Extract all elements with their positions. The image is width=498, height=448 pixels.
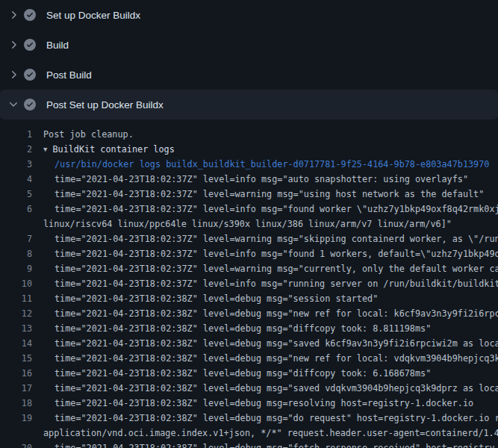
chevron-right-icon <box>7 39 19 51</box>
chevron-down-icon <box>7 99 19 111</box>
log-line: application/vnd.oci.image.index.v1+json,… <box>0 426 498 441</box>
line-number[interactable]: 15 <box>0 351 32 366</box>
step-header-post-setup-docker-buildx[interactable]: Post Set up Docker Buildx <box>0 90 498 119</box>
log-line: 11time="2021-04-23T18:02:38Z" level=debu… <box>0 291 498 306</box>
line-number[interactable]: 20 <box>0 441 32 448</box>
log-line: 8time="2021-04-23T18:02:37Z" level=info … <box>0 246 498 261</box>
line-number[interactable]: 3 <box>0 157 32 172</box>
log-text: time="2021-04-23T18:02:38Z" level=debug … <box>32 441 498 448</box>
log-text: time="2021-04-23T18:02:37Z" level=warnin… <box>32 231 498 246</box>
line-number[interactable]: 2 <box>0 142 32 157</box>
log-line: 16time="2021-04-23T18:02:38Z" level=debu… <box>0 366 498 381</box>
check-circle-icon <box>24 39 36 51</box>
line-number[interactable]: 14 <box>0 336 32 351</box>
log-line: 9time="2021-04-23T18:02:37Z" level=warni… <box>0 261 498 276</box>
command-text: /usr/bin/docker logs buildx_buildkit_bui… <box>32 157 489 172</box>
log-line: 7time="2021-04-23T18:02:37Z" level=warni… <box>0 231 498 246</box>
line-number[interactable]: 4 <box>0 172 32 187</box>
log-text: time="2021-04-23T18:02:38Z" level=debug … <box>32 336 498 351</box>
log-line: 5time="2021-04-23T18:02:37Z" level=warni… <box>0 187 498 202</box>
log-line: 3/usr/bin/docker logs buildx_buildkit_bu… <box>0 157 498 172</box>
log-line: linux/riscv64 linux/ppc64le linux/s390x … <box>0 217 498 231</box>
line-number[interactable]: 12 <box>0 306 32 321</box>
log-text: time="2021-04-23T18:02:38Z" level=debug … <box>32 321 431 336</box>
steps-list: Set up Docker Buildx Build Post Build Po… <box>0 0 498 119</box>
chevron-right-icon <box>7 69 19 81</box>
log-text: time="2021-04-23T18:02:37Z" level=warnin… <box>32 261 498 276</box>
step-header-post-build[interactable]: Post Build <box>0 60 498 90</box>
step-header-build[interactable]: Build <box>0 30 498 60</box>
group-toggle-icon[interactable]: ▼ <box>43 146 47 153</box>
line-number[interactable]: 6 <box>0 202 32 217</box>
log-group-header[interactable]: ▼BuildKit container logs <box>32 142 175 157</box>
step-title: Set up Docker Buildx <box>46 10 140 21</box>
line-number[interactable]: 8 <box>0 246 32 261</box>
line-number[interactable]: 17 <box>0 381 32 396</box>
log-line: 1Post job cleanup. <box>0 127 498 142</box>
log-text: time="2021-04-23T18:02:38Z" level=debug … <box>32 366 431 381</box>
step-title: Post Set up Docker Buildx <box>46 99 164 111</box>
log-text: time="2021-04-23T18:02:38Z" level=debug … <box>32 291 378 306</box>
log-text: application/vnd.oci.image.index.v1+json,… <box>32 426 498 441</box>
line-number[interactable]: 16 <box>0 366 32 381</box>
line-number <box>0 426 32 441</box>
line-number[interactable]: 7 <box>0 231 32 246</box>
log-line: 19time="2021-04-23T18:02:38Z" level=debu… <box>0 411 498 426</box>
chevron-right-icon <box>7 9 19 21</box>
log-text: time="2021-04-23T18:02:37Z" level=info m… <box>32 246 498 261</box>
step-title: Post Build <box>46 69 92 81</box>
log-line: 18time="2021-04-23T18:02:38Z" level=debu… <box>0 396 498 411</box>
check-circle-icon <box>24 99 36 111</box>
log-text: Post job cleanup. <box>32 127 134 142</box>
check-circle-icon <box>24 69 36 81</box>
log-line: 15time="2021-04-23T18:02:38Z" level=debu… <box>0 351 498 366</box>
line-number <box>0 217 32 231</box>
log-text: time="2021-04-23T18:02:37Z" level=warnin… <box>32 187 484 202</box>
log-text: time="2021-04-23T18:02:37Z" level=info m… <box>32 276 498 291</box>
step-header-setup-docker-buildx[interactable]: Set up Docker Buildx <box>0 0 498 30</box>
log-line: 14time="2021-04-23T18:02:38Z" level=debu… <box>0 336 498 351</box>
line-number[interactable]: 10 <box>0 276 32 291</box>
line-number[interactable]: 13 <box>0 321 32 336</box>
log-text: time="2021-04-23T18:02:38Z" level=debug … <box>32 411 498 426</box>
log-text: time="2021-04-23T18:02:37Z" level=info m… <box>32 202 498 217</box>
log-line: 6time="2021-04-23T18:02:37Z" level=info … <box>0 202 498 217</box>
log-line: 10time="2021-04-23T18:02:37Z" level=info… <box>0 276 498 291</box>
log-line: 13time="2021-04-23T18:02:38Z" level=debu… <box>0 321 498 336</box>
line-number[interactable]: 1 <box>0 127 32 142</box>
line-number[interactable]: 11 <box>0 291 32 306</box>
line-number[interactable]: 18 <box>0 396 32 411</box>
log-lines: 1Post job cleanup.2▼BuildKit container l… <box>0 119 498 448</box>
line-number[interactable]: 5 <box>0 187 32 202</box>
log-line: 12time="2021-04-23T18:02:38Z" level=debu… <box>0 306 498 321</box>
log-text: time="2021-04-23T18:02:38Z" level=debug … <box>32 351 498 366</box>
step-title: Build <box>46 40 69 51</box>
log-text: time="2021-04-23T18:02:38Z" level=debug … <box>32 381 498 396</box>
log-line: 4time="2021-04-23T18:02:37Z" level=info … <box>0 172 498 187</box>
log-text: linux/riscv64 linux/ppc64le linux/s390x … <box>32 217 452 231</box>
log-text: time="2021-04-23T18:02:38Z" level=debug … <box>32 306 498 321</box>
log-text: time="2021-04-23T18:02:38Z" level=debug … <box>32 396 473 411</box>
log-line: 17time="2021-04-23T18:02:38Z" level=debu… <box>0 381 498 396</box>
log-text: time="2021-04-23T18:02:37Z" level=info m… <box>32 172 468 187</box>
log-line: 2▼BuildKit container logs <box>0 142 498 157</box>
log-line: 20time="2021-04-23T18:02:38Z" level=debu… <box>0 441 498 448</box>
group-title: BuildKit container logs <box>52 144 174 155</box>
line-number[interactable]: 9 <box>0 261 32 276</box>
check-circle-icon <box>24 9 36 21</box>
line-number[interactable]: 19 <box>0 411 32 426</box>
